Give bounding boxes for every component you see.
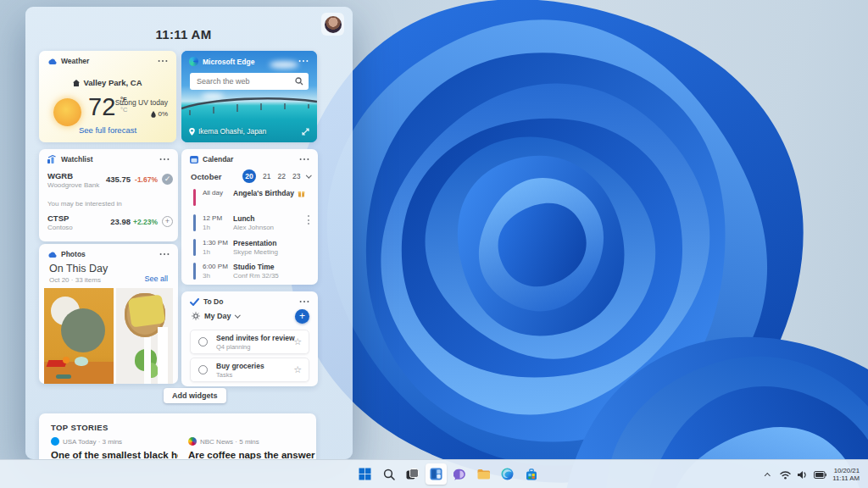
nbc-news-icon <box>188 437 197 446</box>
weather-menu-button[interactable] <box>156 56 170 66</box>
task-row[interactable]: Buy groceries Tasks ☆ <box>190 358 309 382</box>
event-color-bar <box>193 263 196 280</box>
widgets-icon <box>430 468 442 480</box>
photos-title: Photos <box>61 250 86 258</box>
weather-widget[interactable]: Weather Valley Park, CA 72 °F °C Strong … <box>39 51 176 142</box>
star-icon[interactable]: ☆ <box>293 364 302 375</box>
chevron-up-icon <box>765 473 770 478</box>
calendar-event[interactable]: 1:30 PM 1h Presentation Skype Meeting <box>193 238 311 258</box>
search-button[interactable] <box>378 463 399 485</box>
news-story[interactable]: NBC News · 5 mins Are coffee naps the an… <box>188 437 315 459</box>
event-subtitle: Skype Meeting <box>233 248 278 256</box>
photo-thumbnail[interactable] <box>44 288 114 384</box>
news-story[interactable]: USA Today · 3 mins One of the smallest b… <box>51 437 178 459</box>
chevron-down-icon[interactable] <box>306 172 311 177</box>
search-icon <box>295 77 303 86</box>
watchlist-add-button[interactable]: + <box>162 216 173 227</box>
top-stories-card: TOP STORIES USA Today · 3 mins One of th… <box>39 413 316 459</box>
photo-thumbnail[interactable] <box>116 288 173 384</box>
event-subtitle: Conf Rm 32/35 <box>233 272 279 280</box>
map-pin-icon <box>189 128 195 136</box>
todo-check-icon <box>190 298 199 306</box>
task-checkbox[interactable] <box>198 337 208 347</box>
weather-condition: Strong UV today <box>115 98 168 107</box>
tray-chevron-button[interactable] <box>760 464 774 485</box>
my-day-label: My Day <box>204 312 231 320</box>
calendar-title: Calendar <box>203 155 233 164</box>
speaker-icon[interactable] <box>797 470 808 480</box>
event-time: 6:00 PM <box>203 263 228 270</box>
tray-time: 11:11 AM <box>832 474 860 483</box>
event-duration: 3h <box>203 272 210 280</box>
calendar-day[interactable]: 22 <box>277 172 285 180</box>
gift-icon <box>298 190 305 197</box>
edge-menu-button[interactable] <box>297 56 310 66</box>
story-meta: NBC News · 5 mins <box>200 438 259 446</box>
calendar-month: October <box>191 172 221 181</box>
microsoft-store-button[interactable] <box>520 463 542 485</box>
calendar-event[interactable]: All day Angela's Birthday <box>193 188 311 208</box>
watchlist-added-button[interactable]: ✓ <box>162 174 173 185</box>
edge-search-input[interactable] <box>190 73 309 90</box>
task-checkbox[interactable] <box>198 365 208 374</box>
photos-subheading: Oct 20 · 33 items <box>49 276 101 284</box>
task-view-button[interactable] <box>402 463 423 485</box>
watchlist-widget[interactable]: Watchlist WGRB Woodgrove Bank 435.75 -1.… <box>39 149 178 241</box>
taskbar: 10/20/21 11:11 AM <box>0 459 868 488</box>
stock-row[interactable]: WGRB Woodgrove Bank 435.75 -1.67% ✓ <box>47 171 170 191</box>
todo-menu-button[interactable] <box>298 297 311 307</box>
event-duration: 1h <box>203 248 210 256</box>
stock-row[interactable]: CTSP Contoso 23.98 +2.23% + <box>47 214 170 234</box>
widgets-panel: 11:11 AM Weather Valley Park, CA 72 °F °… <box>25 7 353 459</box>
battery-icon[interactable] <box>814 471 826 479</box>
chevron-down-icon <box>235 312 240 317</box>
search-icon <box>383 469 395 480</box>
event-title: Studio Time <box>233 263 275 271</box>
calendar-menu-button[interactable] <box>298 154 311 164</box>
task-row[interactable]: Send invites for review Q4 planning ☆ <box>190 330 309 354</box>
avatar <box>325 16 342 33</box>
home-icon <box>73 80 80 86</box>
expand-icon[interactable] <box>302 128 309 136</box>
calendar-widget[interactable]: Calendar October 20 21 22 23 All day Ang… <box>181 149 318 285</box>
my-day-selector[interactable]: My Day <box>192 312 239 320</box>
file-explorer-button[interactable] <box>473 463 494 485</box>
edge-widget[interactable]: Microsoft Edge Ikema Ohashi, Japan <box>181 51 317 142</box>
profile-button[interactable] <box>321 13 344 36</box>
weather-title: Weather <box>61 57 89 65</box>
event-title: Presentation <box>233 239 277 247</box>
chat-button[interactable] <box>449 463 470 485</box>
widgets-button[interactable] <box>426 463 447 485</box>
watchlist-menu-button[interactable] <box>158 154 171 164</box>
see-full-forecast-link[interactable]: See full forecast <box>39 125 176 135</box>
add-widgets-button[interactable]: Add widgets <box>164 388 226 403</box>
clock-date-button[interactable]: 10/20/21 11:11 AM <box>832 467 863 483</box>
calendar-day[interactable]: 23 <box>292 172 300 180</box>
event-title: Lunch <box>233 214 255 223</box>
start-button[interactable] <box>354 463 376 485</box>
calendar-event[interactable]: 12 PM 1h Lunch Alex Johnson <box>193 214 311 234</box>
event-color-bar <box>193 214 196 231</box>
add-task-button[interactable]: + <box>295 309 309 324</box>
todo-widget[interactable]: To Do My Day + Send invites for review Q… <box>181 291 318 386</box>
wifi-icon[interactable] <box>780 470 791 480</box>
weather-location: Valley Park, CA <box>83 78 142 87</box>
stocks-chart-icon <box>47 155 57 164</box>
edge-browser-button[interactable] <box>497 463 518 485</box>
store-icon <box>526 469 537 480</box>
see-all-link[interactable]: See all <box>144 274 168 283</box>
photos-widget[interactable]: Photos On This Day Oct 20 · 33 items See… <box>39 244 178 384</box>
event-kebab-menu[interactable] <box>308 215 309 225</box>
calendar-day[interactable]: 21 <box>263 172 270 180</box>
sun-icon <box>53 98 81 126</box>
task-title: Buy groceries <box>216 362 264 370</box>
task-subtitle: Q4 planning <box>216 343 250 351</box>
stock-price: 23.98 <box>110 217 131 226</box>
stock-price: 435.75 <box>106 175 131 184</box>
calendar-event[interactable]: 6:00 PM 3h Studio Time Conf Rm 32/35 <box>193 262 311 282</box>
event-color-bar <box>193 189 196 206</box>
calendar-day-selected[interactable]: 20 <box>242 169 256 183</box>
photos-menu-button[interactable] <box>158 249 171 259</box>
star-icon[interactable]: ☆ <box>293 336 302 347</box>
calendar-icon <box>190 155 198 164</box>
